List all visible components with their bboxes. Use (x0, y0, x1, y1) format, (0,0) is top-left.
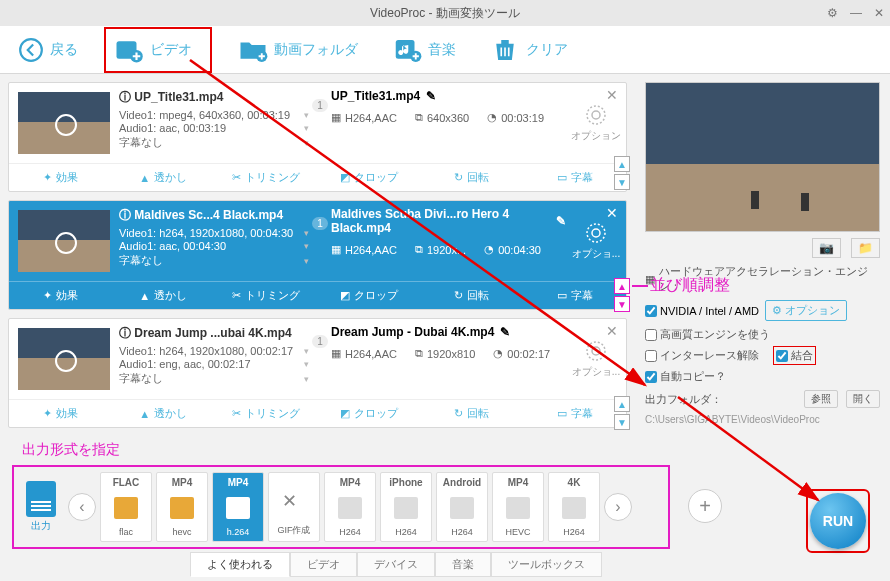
move-up-icon[interactable]: ▲ (614, 156, 630, 172)
run-button[interactable]: RUN (810, 493, 866, 549)
video-card[interactable]: ⓘ UP_Title31.mp4 Video1: mpeg4, 640x360,… (8, 82, 627, 192)
rotate-button[interactable]: ↻ 回転 (420, 400, 523, 427)
edit-name-icon[interactable]: ✎ (500, 325, 510, 339)
video-list: ⓘ UP_Title31.mp4 Video1: mpeg4, 640x360,… (0, 74, 635, 449)
tab-video[interactable]: ビデオ (290, 552, 357, 577)
snapshot-icon[interactable]: 📷 (812, 238, 841, 258)
crop-button[interactable]: ◩ クロップ (317, 282, 420, 309)
output-path: C:\Users\GIGABYTE\Videos\VideoProc (645, 414, 880, 425)
move-down-icon[interactable]: ▼ (614, 296, 630, 312)
format-item[interactable]: MP4h.264 (212, 472, 264, 542)
edit-name-icon[interactable]: ✎ (556, 214, 566, 228)
format-item[interactable]: 4KH264 (548, 472, 600, 542)
open-button[interactable]: 開く (846, 390, 880, 408)
add-folder-button[interactable]: 動画フォルダ (230, 31, 366, 69)
format-bar: 出力 ‹ FLACflac MP4hevc MP4h.264 GIF作成 MP4… (12, 465, 670, 549)
tab-toolbox[interactable]: ツールボックス (491, 552, 602, 577)
thumbnail[interactable] (18, 92, 110, 154)
gpu-checkbox[interactable]: NVIDIA / Intel / AMD (645, 305, 759, 317)
browse-button[interactable]: 参照 (804, 390, 838, 408)
close-icon[interactable]: ✕ (874, 6, 884, 20)
minimize-icon[interactable]: — (850, 6, 862, 20)
titlebar: VideoProc - 動画変換ツール ⚙ — ✕ (0, 0, 890, 26)
open-folder-icon[interactable]: 📁 (851, 238, 880, 258)
format-item[interactable]: MP4HEVC (492, 472, 544, 542)
format-item[interactable]: MP4H264 (324, 472, 376, 542)
subtitle-button[interactable]: ▭ 字幕 (523, 282, 626, 309)
move-up-icon[interactable]: ▲ (614, 278, 630, 294)
resolution-icon: ⧉ 640x360 (415, 111, 469, 124)
clear-button[interactable]: クリア (482, 31, 576, 69)
merge-checkbox[interactable]: 結合 (773, 346, 816, 365)
add-video-button[interactable]: ビデオ (104, 27, 212, 73)
svg-point-7 (592, 111, 600, 119)
watermark-button[interactable]: ▲ 透かし (112, 282, 215, 309)
annotation-format-label: 出力形式を指定 (22, 441, 120, 459)
watermark-button[interactable]: ▲ 透かし (112, 164, 215, 191)
sort-controls: ▲ ▼ (614, 156, 630, 190)
svg-point-0 (20, 39, 42, 61)
svg-point-6 (587, 106, 605, 124)
deinterlace-checkbox[interactable]: インターレース解除 (645, 346, 759, 365)
svg-point-8 (587, 224, 605, 242)
svg-point-10 (587, 342, 605, 360)
run-button-highlight: RUN (806, 489, 870, 553)
preview-pane[interactable] (645, 82, 880, 232)
top-toolbar: 戻る ビデオ 動画フォルダ 音楽 クリア (0, 26, 890, 74)
add-music-button[interactable]: 音楽 (384, 31, 464, 69)
tab-device[interactable]: デバイス (357, 552, 435, 577)
subtitle-button[interactable]: ▭ 字幕 (523, 164, 626, 191)
window-title: VideoProc - 動画変換ツール (370, 5, 520, 22)
move-down-icon[interactable]: ▼ (614, 174, 630, 190)
hq-engine-checkbox[interactable]: 高画質エンジンを使う (645, 327, 770, 342)
hw-accel-label: ▦ ハードウェアアクセラレーション・エンジン： (645, 264, 880, 294)
trim-button[interactable]: ✂ トリミング (215, 400, 318, 427)
crop-button[interactable]: ◩ クロップ (317, 400, 420, 427)
svg-point-9 (592, 229, 600, 237)
expand-formats-button[interactable]: + (688, 489, 722, 523)
tab-popular[interactable]: よく使われる (190, 552, 290, 577)
crop-button[interactable]: ◩ クロップ (317, 164, 420, 191)
remove-icon[interactable]: ✕ (606, 205, 618, 221)
move-up-icon[interactable]: ▲ (614, 396, 630, 412)
subtitle-button[interactable]: ▭ 字幕 (523, 400, 626, 427)
output-profile-button[interactable]: 出力 (18, 481, 64, 533)
remove-icon[interactable]: ✕ (606, 323, 618, 339)
back-button[interactable]: 戻る (10, 33, 86, 67)
video-card[interactable]: ⓘ Maldives Sc...4 Black.mp4 Video1: h264… (8, 200, 627, 310)
rotate-button[interactable]: ↻ 回転 (420, 282, 523, 309)
format-item[interactable]: FLACflac (100, 472, 152, 542)
edit-name-icon[interactable]: ✎ (426, 89, 436, 103)
scroll-left-icon[interactable]: ‹ (68, 493, 96, 521)
effect-button[interactable]: ✦ 効果 (9, 164, 112, 191)
tab-music[interactable]: 音楽 (435, 552, 491, 577)
thumbnail[interactable] (18, 210, 110, 272)
scroll-right-icon[interactable]: › (604, 493, 632, 521)
settings-icon[interactable]: ⚙ (827, 6, 838, 20)
format-item[interactable]: MP4hevc (156, 472, 208, 542)
rotate-button[interactable]: ↻ 回転 (420, 164, 523, 191)
hw-options-button[interactable]: ⚙ オプション (765, 300, 847, 321)
format-item[interactable]: iPhoneH264 (380, 472, 432, 542)
thumbnail[interactable] (18, 328, 110, 390)
format-category-tabs: よく使われる ビデオ デバイス 音楽 ツールボックス (190, 552, 602, 577)
format-item[interactable]: AndroidH264 (436, 472, 488, 542)
video-card[interactable]: ⓘ Dream Jump ...ubai 4K.mp4 Video1: h264… (8, 318, 627, 428)
index-badge: 1 (312, 99, 328, 112)
trim-button[interactable]: ✂ トリミング (215, 164, 318, 191)
codec-icon: ▦ H264,AAC (331, 111, 397, 124)
output-folder-label: 出力フォルダ： (645, 392, 722, 407)
duration-icon: ◔ 00:03:19 (487, 111, 544, 124)
svg-point-11 (592, 347, 600, 355)
autocopy-checkbox[interactable]: 自動コピー？ (645, 369, 726, 384)
effect-button[interactable]: ✦ 効果 (9, 400, 112, 427)
move-down-icon[interactable]: ▼ (614, 414, 630, 430)
trim-button[interactable]: ✂ トリミング (215, 282, 318, 309)
format-item[interactable]: GIF作成 (268, 472, 320, 542)
effect-button[interactable]: ✦ 効果 (9, 282, 112, 309)
watermark-button[interactable]: ▲ 透かし (112, 400, 215, 427)
remove-icon[interactable]: ✕ (606, 87, 618, 103)
